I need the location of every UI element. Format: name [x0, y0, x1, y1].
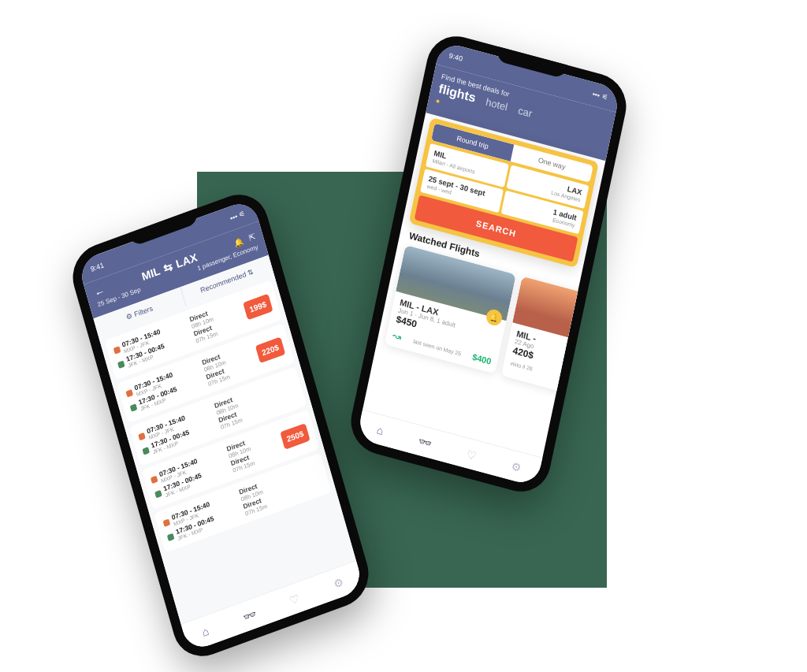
nav-binoculars-icon[interactable]: 👓 — [418, 434, 433, 450]
bell-icon[interactable]: 🔔 — [232, 236, 244, 247]
tab-car[interactable]: car — [517, 105, 534, 120]
nav-gear-icon[interactable]: ⚙ — [332, 575, 345, 591]
seen-label: last seen on May 25 — [413, 338, 462, 356]
nav-home-icon[interactable]: ⌂ — [376, 423, 385, 437]
status-time: 9:41 — [90, 261, 105, 273]
trend-down-icon: ↝ — [392, 329, 404, 344]
status-time: 9:40 — [448, 51, 463, 62]
airline-icon — [113, 346, 121, 354]
airline-icon — [151, 475, 158, 483]
airline-icon — [154, 489, 162, 497]
airline-icon — [167, 533, 175, 540]
low-price: $400 — [471, 352, 492, 366]
tab-hotel[interactable]: hotel — [485, 96, 508, 113]
airline-icon — [117, 360, 125, 368]
airline-icon — [162, 518, 170, 526]
price-badge — [293, 470, 321, 488]
airline-icon — [130, 403, 138, 411]
filters-label: Filters — [133, 304, 154, 318]
nav-gear-icon[interactable]: ⚙ — [511, 459, 523, 474]
airline-icon — [125, 389, 133, 397]
airline-icon — [142, 447, 150, 455]
airline-icon — [138, 432, 146, 440]
nav-binoculars-icon[interactable]: 👓 — [241, 607, 257, 624]
price-badge: 199$ — [243, 293, 273, 320]
seen-label: visto il 26 — [510, 360, 534, 371]
price-badge — [269, 384, 296, 402]
nav-home-icon[interactable]: ⌂ — [200, 624, 210, 638]
nav-heart-icon[interactable]: ♡ — [466, 447, 478, 462]
swap-icon[interactable]: ⇆ — [162, 260, 174, 275]
share-icon[interactable]: ⇱ — [247, 232, 256, 242]
status-icons: ••• ⚟ — [592, 90, 608, 102]
status-icons: ••• ⚟ — [229, 210, 247, 222]
price-badge: 220$ — [255, 336, 285, 363]
nav-heart-icon[interactable]: ♡ — [288, 591, 301, 607]
price-badge: 250$ — [280, 423, 310, 450]
tab-indicator-dot — [436, 99, 440, 103]
